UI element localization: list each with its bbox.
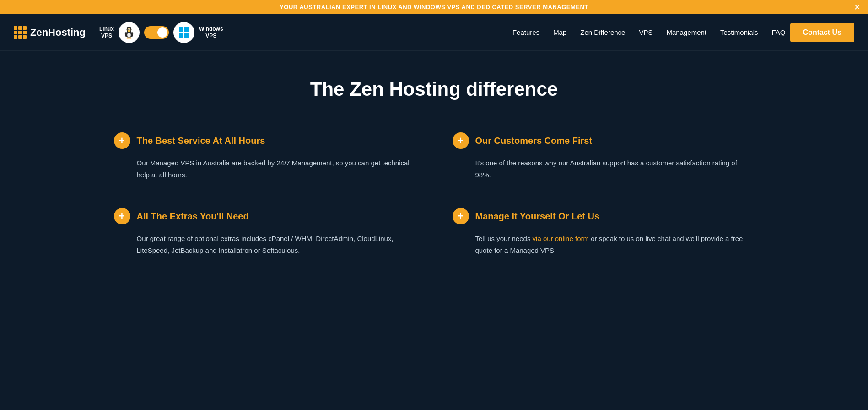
svg-point-9 xyxy=(126,37,129,38)
windows-icon xyxy=(179,27,189,38)
logo-grid-icon xyxy=(14,26,27,39)
os-toggle-switch[interactable] xyxy=(144,26,169,39)
online-form-link[interactable]: via our online form xyxy=(533,235,589,242)
feature-customers-first-icon: + xyxy=(453,132,469,149)
feature-manage-yourself-title: Manage It Yourself Or Let Us xyxy=(475,211,600,222)
logo-text: ZenHosting xyxy=(30,27,86,38)
feature-customers-first: + Our Customers Come First It's one of t… xyxy=(453,132,755,180)
contact-us-button[interactable]: Contact Us xyxy=(790,23,854,42)
nav-link-zen-difference[interactable]: Zen Difference xyxy=(580,28,625,36)
os-toggle-section: Linux VPS xyxy=(99,22,223,43)
feature-all-extras-desc: Our great range of optional extras inclu… xyxy=(114,233,416,256)
nav-item-features[interactable]: Features xyxy=(512,28,539,37)
features-grid: + The Best Service At All Hours Our Mana… xyxy=(114,132,755,256)
feature-all-extras-header: + All The Extras You'll Need xyxy=(114,208,416,224)
feature-manage-yourself: + Manage It Yourself Or Let Us Tell us y… xyxy=(453,208,755,256)
nav-link-features[interactable]: Features xyxy=(512,28,539,36)
nav-link-testimonials[interactable]: Testimonials xyxy=(720,28,758,36)
feature-manage-yourself-text-before: Tell us your needs xyxy=(475,235,533,242)
feature-best-service-desc: Our Managed VPS in Australia are backed … xyxy=(114,157,416,180)
page-title: The Zen Hosting difference xyxy=(37,78,831,100)
feature-manage-yourself-icon: + xyxy=(453,208,469,224)
feature-best-service-icon: + xyxy=(114,132,130,149)
svg-point-10 xyxy=(129,37,132,38)
svg-point-1 xyxy=(127,33,131,38)
svg-point-6 xyxy=(128,29,129,29)
feature-all-extras: + All The Extras You'll Need Our great r… xyxy=(114,208,416,256)
logo[interactable]: ZenHosting xyxy=(14,26,86,39)
close-banner-button[interactable]: ✕ xyxy=(854,3,861,11)
windows-label: Windows VPS xyxy=(199,26,223,39)
svg-point-7 xyxy=(130,29,130,29)
windows-icon-circle xyxy=(173,22,194,43)
feature-best-service-header: + The Best Service At All Hours xyxy=(114,132,416,149)
nav-link-vps[interactable]: VPS xyxy=(639,28,652,36)
main-nav: Features Map Zen Difference VPS Manageme… xyxy=(512,28,786,37)
feature-customers-first-desc: It's one of the reasons why our Australi… xyxy=(453,157,755,180)
svg-point-8 xyxy=(129,30,130,31)
feature-best-service-title: The Best Service At All Hours xyxy=(137,136,265,146)
nav-item-zen-difference[interactable]: Zen Difference xyxy=(580,28,625,37)
toggle-knob xyxy=(157,27,167,38)
nav-item-faq[interactable]: FAQ xyxy=(772,28,786,37)
top-banner: YOUR AUSTRALIAN EXPERT IN LINUX AND WIND… xyxy=(0,0,868,14)
feature-best-service: + The Best Service At All Hours Our Mana… xyxy=(114,132,416,180)
feature-customers-first-header: + Our Customers Come First xyxy=(453,132,755,149)
feature-all-extras-icon: + xyxy=(114,208,130,224)
feature-customers-first-title: Our Customers Come First xyxy=(475,136,593,146)
nav-link-management[interactable]: Management xyxy=(666,28,706,36)
linux-icon-circle xyxy=(119,22,140,43)
header: ZenHosting Linux VPS xyxy=(0,14,868,51)
linux-label: Linux VPS xyxy=(99,26,114,39)
nav-links-list: Features Map Zen Difference VPS Manageme… xyxy=(512,28,786,37)
feature-manage-yourself-desc: Tell us your needs via our online form o… xyxy=(453,233,755,256)
main-content: The Zen Hosting difference + The Best Se… xyxy=(0,51,868,284)
nav-item-management[interactable]: Management xyxy=(666,28,706,37)
nav-item-map[interactable]: Map xyxy=(553,28,566,37)
feature-manage-yourself-header: + Manage It Yourself Or Let Us xyxy=(453,208,755,224)
feature-all-extras-title: All The Extras You'll Need xyxy=(137,211,249,222)
tux-icon xyxy=(122,26,136,39)
nav-link-faq[interactable]: FAQ xyxy=(772,28,786,36)
nav-link-map[interactable]: Map xyxy=(553,28,566,36)
nav-item-vps[interactable]: VPS xyxy=(639,28,652,37)
nav-item-testimonials[interactable]: Testimonials xyxy=(720,28,758,37)
banner-text: YOUR AUSTRALIAN EXPERT IN LINUX AND WIND… xyxy=(280,4,588,11)
